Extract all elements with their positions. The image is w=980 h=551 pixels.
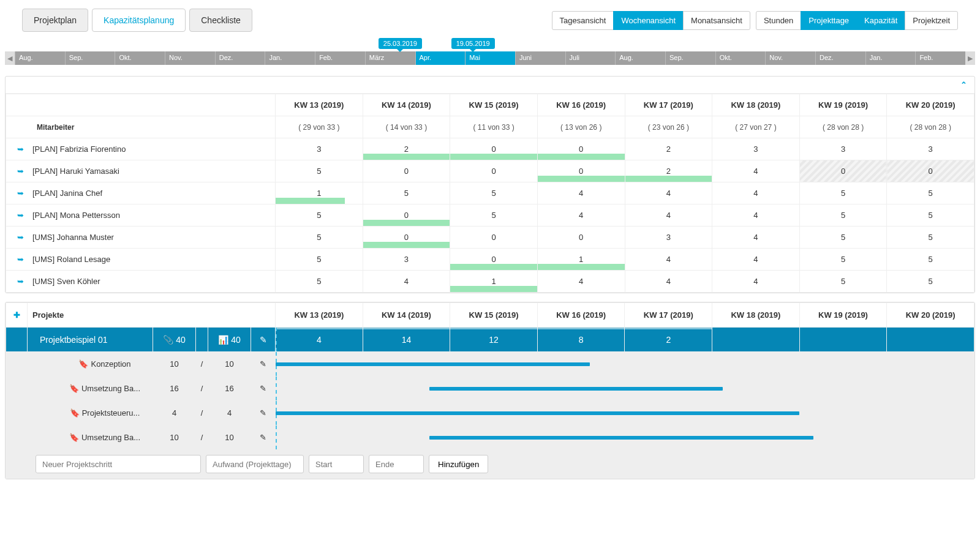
tab-kapazitaet[interactable]: Kapazität (856, 11, 905, 30)
magic-wand-button[interactable]: ✎ (251, 377, 276, 401)
timeline-month[interactable]: März (365, 51, 415, 65)
capacity-cell[interactable]: 3 (799, 138, 887, 160)
task-name[interactable]: 🔖Projektsteueru... (28, 401, 153, 425)
employee-name-cell[interactable]: ➥[UMS] Roland Lesage (6, 249, 276, 271)
capacity-cell[interactable]: 0 (537, 160, 625, 182)
magic-wand-button[interactable]: ✎ (251, 401, 276, 425)
capacity-cell[interactable]: 0 (537, 138, 625, 160)
timeline-month[interactable]: Jan. (865, 51, 916, 65)
capacity-cell[interactable]: 0 (887, 160, 974, 182)
capacity-cell[interactable]: 5 (276, 271, 363, 293)
capacity-cell[interactable]: 0 (450, 227, 538, 249)
magic-wand-button[interactable]: ✎ (251, 328, 276, 352)
capacity-cell[interactable]: 5 (799, 182, 887, 204)
capacity-cell[interactable]: 3 (363, 249, 450, 271)
ende-input[interactable] (369, 455, 424, 473)
timeline-month[interactable]: Jan. (265, 51, 315, 65)
capacity-cell[interactable]: 5 (887, 204, 974, 227)
timeline-month[interactable]: Apr. (415, 51, 466, 65)
capacity-cell[interactable]: 5 (799, 271, 887, 293)
tab-tagesansicht[interactable]: Tagesansicht (552, 11, 614, 30)
capacity-cell[interactable]: 0 (363, 160, 450, 182)
capacity-cell[interactable]: 1 (537, 249, 625, 271)
gantt-area[interactable] (276, 401, 974, 425)
timeline-month[interactable]: Aug. (15, 51, 65, 65)
capacity-cell[interactable]: 0 (537, 227, 625, 249)
capacity-cell[interactable]: 3 (887, 138, 974, 160)
employee-name-cell[interactable]: ➥[UMS] Sven Köhler (6, 271, 276, 293)
timeline-month[interactable]: Aug. (615, 51, 665, 65)
timeline-month[interactable]: Sep. (65, 51, 115, 65)
capacity-cell[interactable]: 5 (887, 227, 974, 249)
tab-wochenansicht[interactable]: Wochenansicht (613, 11, 684, 30)
capacity-cell[interactable]: 0 (450, 249, 538, 271)
capacity-cell[interactable]: 4 (712, 204, 800, 227)
tab-projekttage[interactable]: Projekttage (801, 11, 857, 30)
expand-arrow-icon[interactable]: ➥ (17, 277, 24, 286)
capacity-cell[interactable]: 2 (625, 138, 712, 160)
add-project-icon[interactable]: ✚ (6, 303, 28, 328)
add-button[interactable]: Hinzufügen (429, 455, 488, 473)
capacity-cell[interactable]: 4 (712, 249, 800, 271)
capacity-cell[interactable]: 1 (450, 271, 538, 293)
capacity-cell[interactable]: 5 (450, 204, 538, 227)
timeline-month[interactable]: Feb. (315, 51, 365, 65)
tab-checkliste[interactable]: Checkliste (189, 9, 252, 32)
timeline-prev[interactable]: ◀ (5, 51, 15, 65)
capacity-cell[interactable]: 4 (712, 182, 800, 204)
timeline-month[interactable]: Dez. (815, 51, 865, 65)
magic-wand-button[interactable]: ✎ (251, 425, 276, 450)
tab-projektplan[interactable]: Projektplan (22, 9, 88, 32)
expand-arrow-icon[interactable]: ➥ (17, 255, 24, 264)
capacity-cell[interactable]: 4 (712, 160, 800, 182)
chart-count[interactable]: 📊 40 (208, 328, 251, 352)
start-input[interactable] (309, 455, 364, 473)
timeline-month[interactable]: Juli (565, 51, 616, 65)
expand-arrow-icon[interactable]: ➥ (17, 233, 24, 242)
timeline-next[interactable]: ▶ (965, 51, 975, 65)
capacity-cell[interactable]: 4 (625, 182, 712, 204)
aufwand-input[interactable] (206, 455, 304, 473)
capacity-cell[interactable]: 0 (450, 138, 538, 160)
capacity-cell[interactable]: 4 (712, 227, 800, 249)
capacity-cell[interactable]: 5 (276, 204, 363, 227)
timeline-month[interactable]: Mai (465, 51, 515, 65)
employee-name-cell[interactable]: ➥[PLAN] Janina Chef (6, 182, 276, 204)
employee-name-cell[interactable]: ➥[PLAN] Fabrizia Fiorentino (6, 138, 276, 160)
capacity-cell[interactable]: 5 (276, 160, 363, 182)
capacity-cell[interactable]: 0 (799, 160, 887, 182)
employee-name-cell[interactable]: ➥[PLAN] Mona Pettersson (6, 204, 276, 227)
capacity-cell[interactable]: 2 (625, 160, 712, 182)
employee-name-cell[interactable]: ➥[PLAN] Haruki Yamasaki (6, 160, 276, 182)
capacity-cell[interactable]: 5 (276, 249, 363, 271)
expand-arrow-icon[interactable]: ➥ (17, 189, 24, 198)
timeline-month[interactable]: Nov. (165, 51, 215, 65)
expand-arrow-icon[interactable]: ➥ (17, 211, 24, 220)
capacity-cell[interactable]: 5 (799, 204, 887, 227)
capacity-cell[interactable]: 5 (887, 249, 974, 271)
gantt-area[interactable] (276, 425, 974, 450)
capacity-cell[interactable]: 4 (537, 204, 625, 227)
task-name[interactable]: 🔖Umsetzung Ba... (28, 425, 153, 450)
capacity-cell[interactable]: 3 (625, 227, 712, 249)
capacity-cell[interactable]: 3 (712, 138, 800, 160)
timeline-month[interactable]: Dez. (215, 51, 265, 65)
capacity-cell[interactable]: 1 (276, 182, 363, 204)
new-step-input[interactable] (36, 455, 201, 473)
capacity-cell[interactable]: 0 (450, 160, 538, 182)
attachment-count[interactable]: 📎 40 (153, 328, 196, 352)
capacity-cell[interactable]: 4 (712, 271, 800, 293)
expand-arrow-icon[interactable]: ➥ (17, 167, 24, 176)
capacity-cell[interactable]: 4 (537, 182, 625, 204)
capacity-cell[interactable]: 3 (276, 138, 363, 160)
capacity-cell[interactable]: 4 (537, 271, 625, 293)
capacity-cell[interactable]: 4 (363, 271, 450, 293)
capacity-cell[interactable]: 5 (276, 227, 363, 249)
capacity-cell[interactable]: 5 (450, 182, 538, 204)
timeline-month[interactable]: Okt. (115, 51, 165, 65)
employee-name-cell[interactable]: ➥[UMS] Johanna Muster (6, 227, 276, 249)
capacity-cell[interactable]: 5 (363, 182, 450, 204)
capacity-cell[interactable]: 0 (363, 227, 450, 249)
collapse-icon[interactable]: ⌃ (960, 80, 967, 89)
capacity-cell[interactable]: 2 (363, 138, 450, 160)
